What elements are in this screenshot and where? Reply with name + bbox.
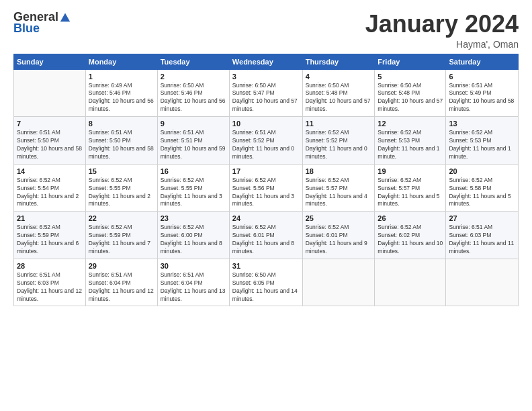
calendar-day-header: Saturday: [446, 54, 519, 69]
logo-blue: Blue: [13, 21, 40, 36]
day-number: 29: [89, 262, 154, 270]
day-number: 30: [161, 262, 226, 270]
day-info: Sunrise: 6:52 AM Sunset: 6:01 PM Dayligh…: [232, 224, 300, 256]
day-info: Sunrise: 6:52 AM Sunset: 5:53 PM Dayligh…: [449, 129, 515, 161]
calendar-cell: 30Sunrise: 6:51 AM Sunset: 6:04 PM Dayli…: [157, 259, 229, 306]
calendar-cell: 4Sunrise: 6:50 AM Sunset: 5:48 PM Daylig…: [302, 69, 375, 117]
calendar-day-header: Friday: [375, 54, 446, 69]
day-info: Sunrise: 6:51 AM Sunset: 5:50 PM Dayligh…: [17, 129, 83, 161]
calendar-cell: 3Sunrise: 6:50 AM Sunset: 5:47 PM Daylig…: [229, 69, 302, 117]
day-number: 17: [232, 167, 300, 175]
day-info: Sunrise: 6:51 AM Sunset: 6:03 PM Dayligh…: [17, 271, 83, 304]
calendar-header-row: SundayMondayTuesdayWednesdayThursdayFrid…: [14, 54, 519, 69]
svg-marker-0: [60, 13, 70, 22]
calendar-cell: 13Sunrise: 6:52 AM Sunset: 5:53 PM Dayli…: [446, 117, 519, 165]
calendar-table: SundayMondayTuesdayWednesdayThursdayFrid…: [13, 54, 519, 307]
calendar-cell: 22Sunrise: 6:52 AM Sunset: 5:59 PM Dayli…: [85, 212, 157, 259]
calendar-cell: 10Sunrise: 6:51 AM Sunset: 5:52 PM Dayli…: [229, 117, 302, 165]
calendar-cell: 15Sunrise: 6:52 AM Sunset: 5:55 PM Dayli…: [85, 164, 157, 212]
calendar-cell: 9Sunrise: 6:51 AM Sunset: 5:51 PM Daylig…: [157, 117, 229, 165]
title-block: January 2024 Hayma', Oman: [365, 11, 519, 50]
day-info: Sunrise: 6:52 AM Sunset: 5:55 PM Dayligh…: [89, 177, 154, 209]
calendar-week-row: 7Sunrise: 6:51 AM Sunset: 5:50 PM Daylig…: [14, 117, 519, 165]
day-info: Sunrise: 6:52 AM Sunset: 5:59 PM Dayligh…: [17, 224, 83, 256]
calendar-week-row: 28Sunrise: 6:51 AM Sunset: 6:03 PM Dayli…: [14, 259, 519, 306]
calendar-cell: 14Sunrise: 6:52 AM Sunset: 5:54 PM Dayli…: [14, 164, 86, 212]
calendar-week-row: 21Sunrise: 6:52 AM Sunset: 5:59 PM Dayli…: [14, 212, 519, 259]
calendar-cell: 8Sunrise: 6:51 AM Sunset: 5:50 PM Daylig…: [85, 117, 157, 165]
day-info: Sunrise: 6:49 AM Sunset: 5:46 PM Dayligh…: [89, 82, 154, 114]
calendar-cell: 19Sunrise: 6:52 AM Sunset: 5:57 PM Dayli…: [375, 164, 446, 212]
day-info: Sunrise: 6:51 AM Sunset: 6:03 PM Dayligh…: [449, 224, 515, 256]
calendar-cell: 12Sunrise: 6:52 AM Sunset: 5:53 PM Dayli…: [375, 117, 446, 165]
calendar-cell: 27Sunrise: 6:51 AM Sunset: 6:03 PM Dayli…: [446, 212, 519, 259]
calendar-cell: [14, 69, 86, 117]
day-number: 22: [89, 214, 154, 222]
calendar-cell: 21Sunrise: 6:52 AM Sunset: 5:59 PM Dayli…: [14, 212, 86, 259]
day-number: 14: [17, 167, 83, 175]
day-info: Sunrise: 6:52 AM Sunset: 6:01 PM Dayligh…: [306, 224, 372, 256]
calendar-cell: 11Sunrise: 6:52 AM Sunset: 5:52 PM Dayli…: [302, 117, 375, 165]
day-info: Sunrise: 6:52 AM Sunset: 5:55 PM Dayligh…: [161, 177, 226, 209]
day-number: 28: [17, 262, 83, 270]
calendar-cell: 29Sunrise: 6:51 AM Sunset: 6:04 PM Dayli…: [85, 259, 157, 306]
day-info: Sunrise: 6:52 AM Sunset: 5:52 PM Dayligh…: [306, 129, 372, 161]
day-number: 20: [449, 167, 515, 175]
day-number: 25: [306, 214, 372, 222]
day-number: 1: [89, 73, 154, 81]
logo-icon: [59, 11, 71, 23]
calendar-day-header: Sunday: [14, 54, 86, 69]
calendar-cell: [446, 259, 519, 306]
calendar-cell: 6Sunrise: 6:51 AM Sunset: 5:49 PM Daylig…: [446, 69, 519, 117]
day-info: Sunrise: 6:51 AM Sunset: 5:49 PM Dayligh…: [449, 82, 515, 114]
day-info: Sunrise: 6:52 AM Sunset: 6:02 PM Dayligh…: [378, 224, 443, 256]
calendar-cell: 5Sunrise: 6:50 AM Sunset: 5:48 PM Daylig…: [375, 69, 446, 117]
day-info: Sunrise: 6:52 AM Sunset: 5:53 PM Dayligh…: [378, 129, 443, 161]
day-info: Sunrise: 6:50 AM Sunset: 6:05 PM Dayligh…: [232, 271, 300, 304]
day-number: 15: [89, 167, 154, 175]
day-info: Sunrise: 6:52 AM Sunset: 5:58 PM Dayligh…: [449, 177, 515, 209]
calendar-cell: 1Sunrise: 6:49 AM Sunset: 5:46 PM Daylig…: [85, 69, 157, 117]
day-info: Sunrise: 6:51 AM Sunset: 5:50 PM Dayligh…: [89, 129, 154, 161]
day-info: Sunrise: 6:50 AM Sunset: 5:47 PM Dayligh…: [232, 82, 300, 114]
calendar-cell: 17Sunrise: 6:52 AM Sunset: 5:56 PM Dayli…: [229, 164, 302, 212]
day-number: 23: [161, 214, 226, 222]
day-number: 7: [17, 120, 83, 128]
calendar-week-row: 1Sunrise: 6:49 AM Sunset: 5:46 PM Daylig…: [14, 69, 519, 117]
calendar-cell: 2Sunrise: 6:50 AM Sunset: 5:46 PM Daylig…: [157, 69, 229, 117]
day-number: 13: [449, 120, 515, 128]
day-number: 6: [449, 73, 515, 81]
day-number: 27: [449, 214, 515, 222]
day-info: Sunrise: 6:51 AM Sunset: 5:51 PM Dayligh…: [161, 129, 226, 161]
calendar-week-row: 14Sunrise: 6:52 AM Sunset: 5:54 PM Dayli…: [14, 164, 519, 212]
calendar-cell: 28Sunrise: 6:51 AM Sunset: 6:03 PM Dayli…: [14, 259, 86, 306]
calendar-cell: 25Sunrise: 6:52 AM Sunset: 6:01 PM Dayli…: [302, 212, 375, 259]
calendar-cell: 16Sunrise: 6:52 AM Sunset: 5:55 PM Dayli…: [157, 164, 229, 212]
day-info: Sunrise: 6:52 AM Sunset: 6:00 PM Dayligh…: [161, 224, 226, 256]
header: General Blue January 2024 Hayma', Oman: [13, 11, 519, 50]
calendar-cell: 26Sunrise: 6:52 AM Sunset: 6:02 PM Dayli…: [375, 212, 446, 259]
day-number: 18: [306, 167, 372, 175]
calendar-cell: 7Sunrise: 6:51 AM Sunset: 5:50 PM Daylig…: [14, 117, 86, 165]
calendar-cell: 23Sunrise: 6:52 AM Sunset: 6:00 PM Dayli…: [157, 212, 229, 259]
day-number: 8: [89, 120, 154, 128]
day-info: Sunrise: 6:50 AM Sunset: 5:46 PM Dayligh…: [161, 82, 226, 114]
calendar-cell: 24Sunrise: 6:52 AM Sunset: 6:01 PM Dayli…: [229, 212, 302, 259]
day-info: Sunrise: 6:51 AM Sunset: 5:52 PM Dayligh…: [232, 129, 300, 161]
calendar-cell: 31Sunrise: 6:50 AM Sunset: 6:05 PM Dayli…: [229, 259, 302, 306]
day-info: Sunrise: 6:52 AM Sunset: 5:59 PM Dayligh…: [89, 224, 154, 256]
day-info: Sunrise: 6:51 AM Sunset: 6:04 PM Dayligh…: [89, 271, 154, 304]
calendar-cell: [375, 259, 446, 306]
day-info: Sunrise: 6:52 AM Sunset: 5:54 PM Dayligh…: [17, 177, 83, 209]
day-info: Sunrise: 6:51 AM Sunset: 6:04 PM Dayligh…: [161, 271, 226, 304]
page: General Blue January 2024 Hayma', Oman S…: [0, 0, 532, 411]
day-number: 16: [161, 167, 226, 175]
day-number: 2: [161, 73, 226, 81]
day-number: 19: [378, 167, 443, 175]
calendar-day-header: Wednesday: [229, 54, 302, 69]
day-number: 11: [306, 120, 372, 128]
day-number: 21: [17, 214, 83, 222]
day-info: Sunrise: 6:52 AM Sunset: 5:57 PM Dayligh…: [378, 177, 443, 209]
calendar-day-header: Thursday: [302, 54, 375, 69]
day-number: 31: [232, 262, 300, 270]
